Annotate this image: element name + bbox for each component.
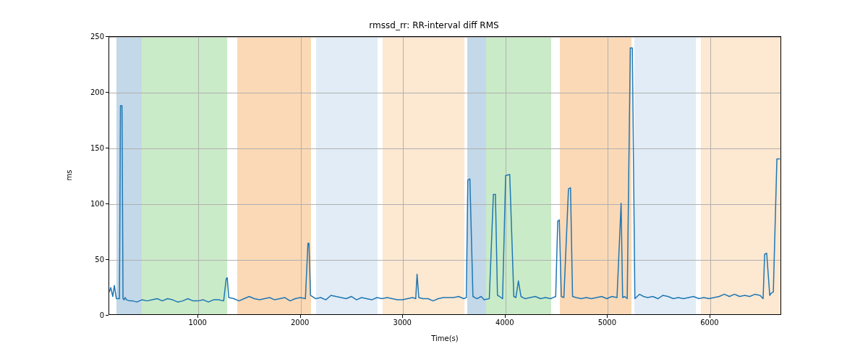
plot-area <box>109 36 781 315</box>
x-tick-label: 2000 <box>291 319 309 327</box>
x-tick <box>402 315 403 318</box>
y-tick <box>106 259 109 260</box>
x-tick <box>710 315 710 318</box>
x-tick <box>300 315 301 318</box>
y-tick <box>106 148 109 148</box>
x-tick-label: 5000 <box>598 319 616 327</box>
y-axis-label: ms <box>65 170 73 181</box>
x-tick <box>607 315 608 318</box>
x-tick-label: 4000 <box>495 319 514 327</box>
x-tick-label: 1000 <box>188 319 206 327</box>
y-tick <box>106 315 109 316</box>
y-tick <box>106 36 109 37</box>
x-tick-label: 6000 <box>700 319 718 327</box>
y-tick-label: 100 <box>90 200 104 208</box>
chart-title: rmssd_rr: RR-interval diff RMS <box>0 20 868 30</box>
y-tick-label: 250 <box>90 33 104 41</box>
y-tick <box>106 92 109 93</box>
x-tick <box>505 315 506 318</box>
y-tick-label: 150 <box>90 144 104 152</box>
x-axis-label: Time(s) <box>431 334 459 342</box>
x-tick <box>197 315 198 318</box>
series-rmssd_rr <box>109 48 780 302</box>
y-tick-label: 0 <box>100 311 104 319</box>
x-tick-label: 3000 <box>393 319 412 327</box>
y-tick <box>106 203 109 204</box>
y-tick-label: 200 <box>90 88 104 96</box>
figure: rmssd_rr: RR-interval diff RMS ms Time(s… <box>0 0 868 362</box>
line-series <box>109 37 780 314</box>
y-tick-label: 50 <box>95 256 104 264</box>
